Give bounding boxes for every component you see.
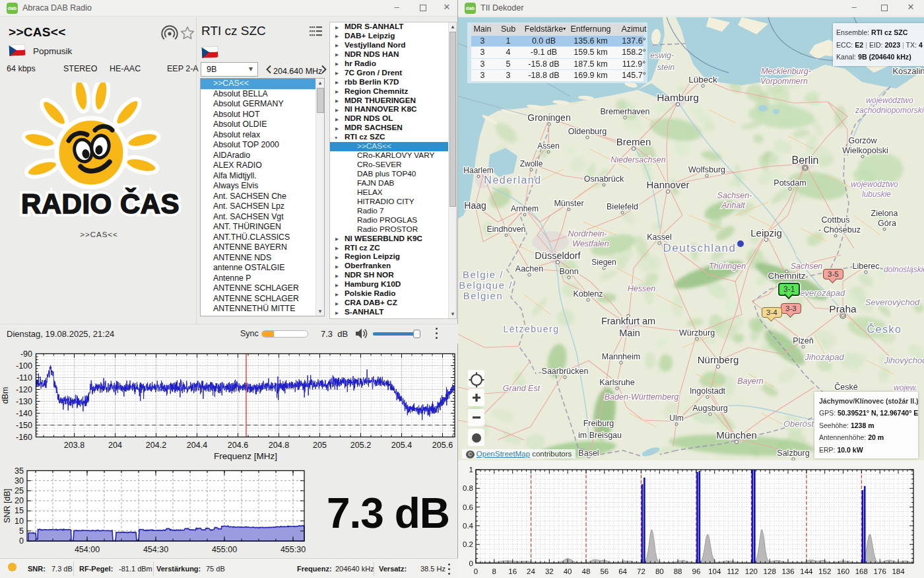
svg-text:Assen: Assen [537, 141, 559, 151]
svg-text:204: 204 [108, 441, 122, 450]
svg-text:München: München [716, 429, 757, 441]
svg-text:Niedersachsen: Niedersachsen [610, 155, 665, 164]
svg-text:Hannover: Hannover [646, 179, 689, 190]
svg-text:152: 152 [818, 567, 831, 575]
svg-text:0: 0 [19, 536, 24, 546]
svg-text:96: 96 [692, 567, 701, 575]
svg-text:0: 0 [474, 567, 478, 575]
svg-text:Leipzig: Leipzig [750, 227, 782, 238]
svg-text:Bremerhaven: Bremerhaven [600, 107, 649, 116]
svg-text:Nürnberg: Nürnberg [698, 354, 739, 365]
svg-text:Würzburg: Würzburg [679, 328, 715, 338]
svg-text:Severozápad: Severozápad [795, 288, 845, 298]
svg-text:32: 32 [545, 567, 554, 575]
svg-text:0: 0 [469, 560, 473, 567]
svg-text:-130: -130 [16, 397, 32, 406]
svg-text:205.4: 205.4 [391, 441, 412, 450]
svg-text:Mecklenburg-: Mecklenburg- [761, 67, 811, 76]
svg-text:Freiburg: Freiburg [583, 419, 614, 428]
svg-text:-110: -110 [16, 373, 32, 382]
svg-text:8: 8 [492, 567, 496, 575]
svg-text:204.8: 204.8 [269, 441, 289, 450]
svg-text:205: 205 [313, 441, 327, 450]
svg-text:Arnhem: Arnhem [511, 204, 539, 213]
svg-text:Karlsruhe: Karlsruhe [599, 378, 635, 387]
svg-text:Bayern: Bayern [737, 377, 764, 386]
svg-text:wojew.: wojew. [894, 383, 917, 392]
svg-text:Aachen: Aachen [515, 264, 543, 273]
svg-text:-90: -90 [20, 349, 32, 359]
svg-text:Hessen: Hessen [628, 284, 655, 293]
svg-text:Salzburg: Salzburg [777, 449, 809, 458]
svg-text:RADIO ČAS: RADIO ČAS [21, 188, 180, 219]
svg-text:128: 128 [764, 567, 776, 575]
svg-text:Vorpommern: Vorpommern [760, 77, 808, 86]
svg-text:15: 15 [15, 506, 24, 515]
svg-text:Lübeck: Lübeck [688, 75, 717, 85]
svg-text:eswig-: eswig- [650, 51, 674, 60]
svg-text:Bonn: Bonn [559, 267, 578, 276]
svg-text:0.8: 0.8 [463, 484, 473, 492]
svg-text:Haag: Haag [464, 200, 486, 211]
svg-text:Deutschland: Deutschland [663, 242, 736, 254]
svg-text:Severovýchod: Severovýchod [865, 297, 920, 307]
svg-text:Sachsen: Sachsen [791, 262, 823, 271]
svg-text:Nederland: Nederland [484, 174, 541, 186]
svg-text:Baden-Württemberg: Baden-Württemberg [605, 392, 679, 402]
svg-text:Augsburg: Augsburg [692, 404, 728, 413]
svg-text:25: 25 [15, 486, 24, 495]
svg-text:454:30: 454:30 [143, 545, 168, 554]
svg-text:120: 120 [745, 567, 758, 575]
svg-text:Liberec: Liberec [853, 262, 880, 271]
svg-text:Lëtzebuerg: Lëtzebuerg [503, 324, 559, 334]
svg-text:Düsseldorf: Düsseldorf [535, 250, 581, 261]
svg-text:0.6: 0.6 [463, 503, 473, 511]
svg-text:Belgien: Belgien [463, 290, 504, 301]
svg-text:Siegen: Siegen [591, 258, 616, 267]
svg-text:Wielkopolski: Wielkopolski [842, 146, 888, 155]
svg-text:dBm: dBm [1, 387, 10, 404]
svg-text:0.2: 0.2 [463, 540, 473, 548]
svg-text:203.8: 203.8 [64, 441, 84, 450]
svg-text:10: 10 [15, 517, 24, 526]
svg-text:176: 176 [874, 567, 886, 575]
svg-text:-120: -120 [16, 385, 32, 394]
svg-text:lubuskie: lubuskie [862, 190, 891, 199]
svg-text:Plzeň: Plzeň [793, 336, 813, 345]
svg-text:Ulm: Ulm [669, 414, 683, 423]
svg-text:Thüringen: Thüringen [709, 262, 746, 271]
svg-text:-140: -140 [16, 409, 32, 418]
svg-text:Basel: Basel [578, 449, 599, 458]
svg-text:204.6: 204.6 [228, 441, 248, 450]
svg-text:204.4: 204.4 [187, 441, 207, 450]
svg-text:Praha: Praha [829, 303, 857, 314]
svg-text:Kassel: Kassel [647, 233, 672, 242]
svg-text:Bielefeld: Bielefeld [607, 202, 638, 211]
svg-text:35: 35 [15, 466, 24, 476]
svg-text:Osnabrück: Osnabrück [584, 174, 624, 184]
svg-text:184: 184 [892, 567, 905, 575]
svg-text:Saarbrücken: Saarbrücken [542, 367, 589, 376]
svg-text:Sachsen-: Sachsen- [717, 191, 752, 200]
svg-text:Bremen: Bremen [616, 136, 651, 147]
svg-text:Wolfsburg: Wolfsburg [688, 165, 725, 174]
svg-text:48: 48 [582, 567, 591, 575]
svg-text:136: 136 [781, 567, 794, 575]
svg-text:80: 80 [655, 567, 664, 575]
svg-text:40: 40 [564, 567, 572, 575]
svg-text:160: 160 [837, 567, 849, 575]
svg-text:454:00: 454:00 [75, 545, 100, 554]
svg-text:SNR [dB]: SNR [dB] [3, 489, 12, 523]
svg-text:Berlin: Berlin [792, 155, 819, 166]
svg-text:Potsdam: Potsdam [774, 178, 806, 188]
svg-text:Eindhoven: Eindhoven [486, 225, 525, 234]
svg-text:Gorzów: Gorzów [848, 136, 877, 145]
svg-text:205.6: 205.6 [432, 441, 453, 450]
svg-text:- Chóśebuz: - Chóśebuz [818, 225, 861, 235]
svg-text:1: 1 [469, 466, 473, 474]
svg-text:-100: -100 [16, 361, 32, 371]
svg-text:Oldenburg: Oldenburg [568, 127, 607, 136]
svg-text:województwo: województwo [851, 180, 898, 189]
svg-text:Nordrhein-: Nordrhein- [568, 229, 607, 238]
svg-text:455:00: 455:00 [212, 545, 237, 554]
